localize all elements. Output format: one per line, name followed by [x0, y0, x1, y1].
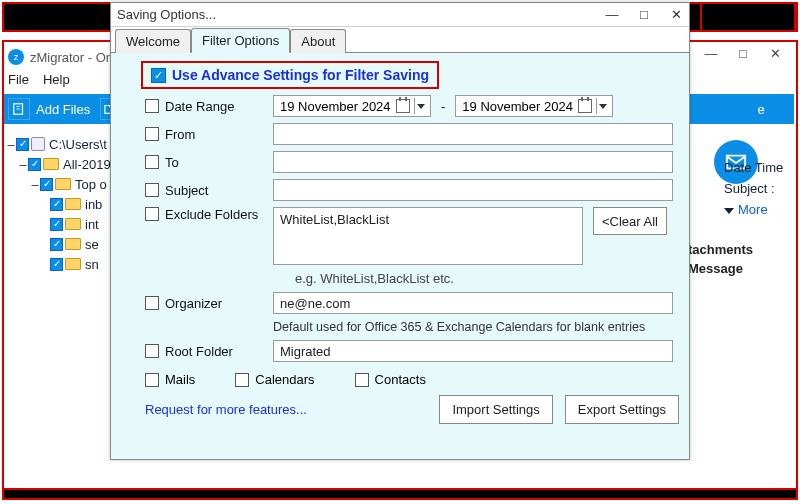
menu-file[interactable]: File [8, 72, 29, 92]
tree-twisty-icon[interactable]: – [18, 157, 28, 172]
tree-checkbox[interactable] [50, 198, 63, 211]
preview-attachments-tab[interactable]: tachments [688, 242, 794, 257]
main-minimize-button[interactable]: — [704, 46, 718, 61]
main-close-button[interactable]: ✕ [768, 46, 782, 61]
root-folder-checkbox[interactable] [145, 344, 159, 358]
calendar-icon [578, 99, 592, 113]
cat-calendars[interactable]: Calendars [235, 372, 314, 387]
tree-row-top[interactable]: – Top o [6, 174, 116, 194]
request-features-link[interactable]: Request for more features... [145, 402, 307, 417]
app-logo-icon: z [8, 49, 24, 65]
folder-icon [65, 258, 81, 270]
tree-row-leaf[interactable]: inb [6, 194, 116, 214]
to-checkbox[interactable] [145, 155, 159, 169]
from-input[interactable] [273, 123, 673, 145]
preview-message-tab[interactable]: Message [688, 261, 794, 276]
dialog-minimize-button[interactable]: — [605, 8, 619, 22]
calendars-label: Calendars [255, 372, 314, 387]
drive-icon [31, 137, 45, 151]
add-files-icon[interactable] [8, 98, 30, 120]
toolbar-right-segment[interactable]: e [734, 94, 794, 124]
row-organizer: Organizer [145, 292, 679, 314]
tree-checkbox[interactable] [50, 238, 63, 251]
calendars-checkbox[interactable] [235, 373, 249, 387]
to-input[interactable] [273, 151, 673, 173]
filter-form: Date Range 19 November 2024 - 19 Novembe… [145, 95, 679, 362]
root-folder-input[interactable] [273, 340, 673, 362]
tree-checkbox[interactable] [28, 158, 41, 171]
dialog-maximize-button[interactable]: □ [637, 8, 651, 22]
root-folder-label: Root Folder [165, 344, 273, 359]
from-checkbox[interactable] [145, 127, 159, 141]
filter-options-panel: Use Advance Settings for Filter Saving D… [111, 53, 689, 459]
add-files-button[interactable]: Add Files [36, 102, 90, 117]
exclude-folders-hint: e.g. WhiteList,BlackList etc. [295, 271, 679, 286]
import-settings-button[interactable]: Import Settings [439, 395, 552, 424]
dropdown-icon[interactable] [596, 98, 608, 114]
dropdown-icon[interactable] [414, 98, 426, 114]
tree-row-leaf[interactable]: int [6, 214, 116, 234]
exclude-folders-label: Exclude Folders [165, 207, 273, 222]
tree-root-row[interactable]: – C:\Users\t [6, 134, 116, 154]
cat-contacts[interactable]: Contacts [355, 372, 426, 387]
date-end-value: 19 November 2024 [462, 99, 573, 114]
tree-row-all2019[interactable]: – All-2019 [6, 154, 116, 174]
folder-icon [65, 218, 81, 230]
subject-checkbox[interactable] [145, 183, 159, 197]
tab-filter-options[interactable]: Filter Options [191, 28, 290, 53]
tree-row-leaf[interactable]: sn [6, 254, 116, 274]
organizer-label: Organizer [165, 296, 273, 311]
from-label: From [165, 127, 273, 142]
date-range-label: Date Range [165, 99, 273, 114]
date-range-checkbox[interactable] [145, 99, 159, 113]
menu-bar: File Help [8, 72, 70, 92]
date-start-picker[interactable]: 19 November 2024 [273, 95, 431, 117]
clear-all-button[interactable]: <Clear All [593, 207, 667, 235]
calendar-icon [396, 99, 410, 113]
menu-help[interactable]: Help [43, 72, 70, 92]
tree-label: sn [85, 257, 99, 272]
tree-label: inb [85, 197, 102, 212]
dialog-titlebar[interactable]: Saving Options... — □ ✕ [111, 3, 689, 27]
tab-about[interactable]: About [290, 29, 346, 53]
exclude-folders-checkbox[interactable] [145, 207, 159, 221]
organizer-checkbox[interactable] [145, 296, 159, 310]
subject-input[interactable] [273, 179, 673, 201]
date-end-picker[interactable]: 19 November 2024 [455, 95, 613, 117]
tree-checkbox[interactable] [40, 178, 53, 191]
folder-tree[interactable]: – C:\Users\t – All-2019 – Top o inb int … [6, 134, 116, 274]
tree-checkbox[interactable] [16, 138, 29, 151]
subject-label: Subject [165, 183, 273, 198]
folder-icon [65, 198, 81, 210]
organizer-hint: Default used for Office 365 & Exchange C… [273, 320, 679, 334]
dialog-close-button[interactable]: ✕ [669, 8, 683, 22]
tree-label: se [85, 237, 99, 252]
advance-settings-highlight: Use Advance Settings for Filter Saving [141, 61, 439, 89]
advance-settings-label: Use Advance Settings for Filter Saving [172, 67, 429, 83]
tree-label: Top o [75, 177, 107, 192]
exclude-folders-textarea[interactable]: WhiteList,BlackList [273, 207, 583, 265]
mails-checkbox[interactable] [145, 373, 159, 387]
tree-twisty-icon[interactable]: – [6, 137, 16, 152]
organizer-input[interactable] [273, 292, 673, 314]
contacts-checkbox[interactable] [355, 373, 369, 387]
dialog-tabs: Welcome Filter Options About [111, 27, 689, 53]
row-subject: Subject [145, 179, 679, 201]
tree-checkbox[interactable] [50, 258, 63, 271]
tree-twisty-icon[interactable]: – [30, 177, 40, 192]
export-settings-button[interactable]: Export Settings [565, 395, 679, 424]
preview-datetime-label: Date Time [724, 160, 794, 175]
cat-mails[interactable]: Mails [145, 372, 195, 387]
dialog-window-controls: — □ ✕ [605, 8, 683, 22]
tree-checkbox[interactable] [50, 218, 63, 231]
tree-label: All-2019 [63, 157, 111, 172]
tree-row-leaf[interactable]: se [6, 234, 116, 254]
to-label: To [165, 155, 273, 170]
contacts-label: Contacts [375, 372, 426, 387]
advance-settings-checkbox[interactable] [151, 68, 166, 83]
date-range-separator: - [441, 99, 445, 114]
main-maximize-button[interactable]: □ [736, 46, 750, 61]
tree-label: int [85, 217, 99, 232]
preview-more-link[interactable]: More [724, 202, 794, 217]
tab-welcome[interactable]: Welcome [115, 29, 191, 53]
